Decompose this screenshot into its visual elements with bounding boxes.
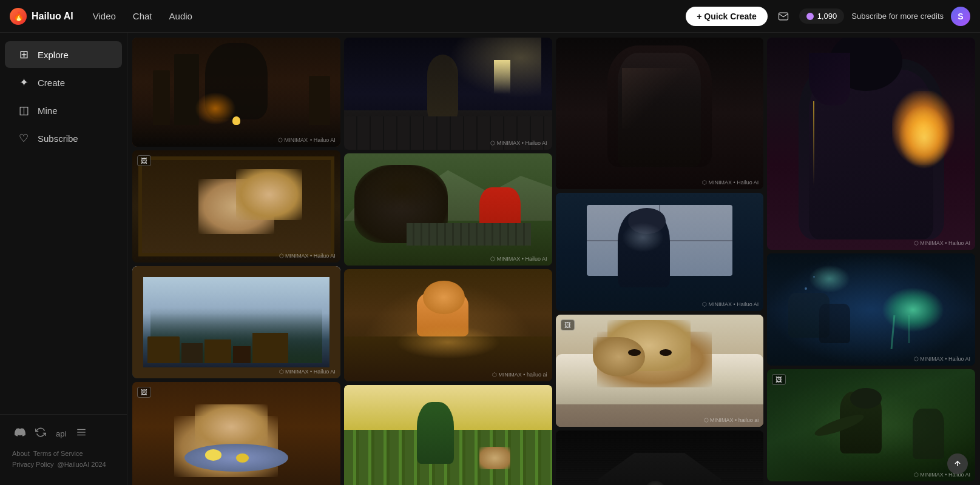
tile-cloaked-person[interactable]: ⬡ MINIMAX • Hailuo AI — [344, 38, 552, 150]
nav-audio[interactable]: Audio — [169, 11, 192, 21]
sidebar-item-subscribe[interactable]: ♡ Subscribe — [5, 125, 122, 152]
footer-about[interactable]: About — [12, 450, 30, 457]
credits-icon — [806, 13, 814, 20]
notification-button[interactable] — [775, 8, 792, 25]
nav-chat[interactable]: Chat — [133, 11, 152, 21]
bottom-icons-area: api — [5, 422, 122, 445]
create-icon: ✦ — [17, 76, 30, 89]
sidebar-footer: About Terms of Service Privacy Policy @H… — [5, 445, 122, 473]
app-name: Hailuo AI — [32, 11, 73, 22]
content-area: ⬡ MINIMAX• Hailuo AI — [127, 33, 980, 485]
tile-western-town[interactable]: ⬡ MINIMAX • Hailuo AI — [132, 266, 340, 378]
menu-icon[interactable] — [73, 424, 89, 443]
sidebar-item-mine[interactable]: ◫ Mine — [5, 97, 122, 124]
nav-links: Video Chat Audio — [93, 11, 686, 21]
tile-boy-window[interactable]: ⬡ MINIMAX • Hailuo AI — [556, 193, 764, 311]
sidebar-label-mine: Mine — [38, 105, 58, 116]
top-nav: 🔥 Hailuo AI Video Chat Audio + Quick Cre… — [0, 0, 980, 33]
sidebar-nav: ⊞ Explore ✦ Create ◫ Mine ♡ Subscribe — [0, 40, 127, 414]
tile-orange-cat[interactable]: ⬡ MINIMAX • hailuo ai — [344, 269, 552, 381]
tile-garden-woman[interactable]: ⬡ MINIMAX • Hailuo AI — [344, 385, 552, 485]
credits-count: 1,090 — [817, 12, 837, 21]
grid-column-4: ⬡ MINIMAX • Hailuo AI — [767, 38, 975, 485]
credits-area[interactable]: 1,090 — [799, 8, 845, 24]
sidebar-label-create: Create — [38, 78, 65, 88]
scroll-top-button[interactable] — [947, 453, 968, 474]
logo-icon: 🔥 — [10, 8, 27, 25]
explore-icon: ⊞ — [17, 48, 30, 61]
sidebar-label-explore: Explore — [38, 50, 69, 60]
tile-horror-scene[interactable]: ⬡ MINIMAX • Hailuo AI — [556, 430, 764, 485]
grid-column-3: ⬡ MINIMAX • Hailuo AI — [556, 38, 764, 485]
grid-column-2: ⬡ MINIMAX • Hailuo AI — [344, 38, 552, 485]
footer-handle: @HailuoAI 2024 — [57, 461, 106, 468]
svg-rect-0 — [779, 13, 788, 20]
subscribe-link[interactable]: Subscribe for more credits — [851, 12, 944, 21]
tile-portrait-painting[interactable]: 🖼 ⬡ MINIMAX • Hailuo AI — [132, 150, 340, 263]
main-layout: ⊞ Explore ✦ Create ◫ Mine ♡ Subscribe — [0, 33, 980, 485]
footer-terms[interactable]: Terms of Service — [33, 450, 83, 457]
tile-divers-jellyfish[interactable]: ⬡ MINIMAX • Hailuo AI — [767, 253, 975, 366]
refresh-icon[interactable] — [33, 424, 49, 443]
masonry-grid: ⬡ MINIMAX• Hailuo AI — [132, 38, 975, 485]
tile-cute-puppy[interactable]: 🖼 ⬡ MINIMAX • hailuo ai — [556, 315, 764, 427]
tile-dark-figure[interactable]: ⬡ MINIMAX • Hailuo AI — [556, 38, 764, 189]
quick-create-button[interactable]: + Quick Create — [686, 7, 767, 26]
sidebar-bottom: api About Terms of Service Privacy Polic… — [0, 414, 127, 478]
api-label[interactable]: api — [53, 427, 69, 441]
tile-monster-forest[interactable]: ⬡ MINIMAX • Hailuo AI — [344, 153, 552, 266]
logo-area[interactable]: 🔥 Hailuo AI — [10, 8, 73, 25]
sidebar: ⊞ Explore ✦ Create ◫ Mine ♡ Subscribe — [0, 33, 127, 485]
avatar[interactable]: S — [951, 7, 970, 26]
sidebar-item-explore[interactable]: ⊞ Explore — [5, 41, 122, 68]
sidebar-item-create[interactable]: ✦ Create — [5, 69, 122, 96]
grid-column-1: ⬡ MINIMAX• Hailuo AI — [132, 38, 340, 485]
footer-privacy[interactable]: Privacy Policy — [12, 461, 53, 468]
tile-man-running[interactable]: 🖼 ⬡ MINIMAX • Hailuo AI — [767, 369, 975, 481]
nav-right: + Quick Create 1,090 Subscribe for more … — [686, 7, 970, 26]
subscribe-icon: ♡ — [17, 132, 30, 145]
nav-video[interactable]: Video — [93, 11, 116, 21]
sidebar-label-subscribe: Subscribe — [38, 133, 78, 144]
discord-icon[interactable] — [12, 424, 28, 443]
tile-giant-creature[interactable]: ⬡ MINIMAX• Hailuo AI — [132, 38, 340, 147]
tile-anime-fire[interactable]: ⬡ MINIMAX • Hailuo AI — [767, 38, 975, 250]
mine-icon: ◫ — [17, 104, 30, 117]
tile-hamster[interactable]: 🖼 ⬡ MINIMAX • hailuo ai — [132, 382, 340, 485]
